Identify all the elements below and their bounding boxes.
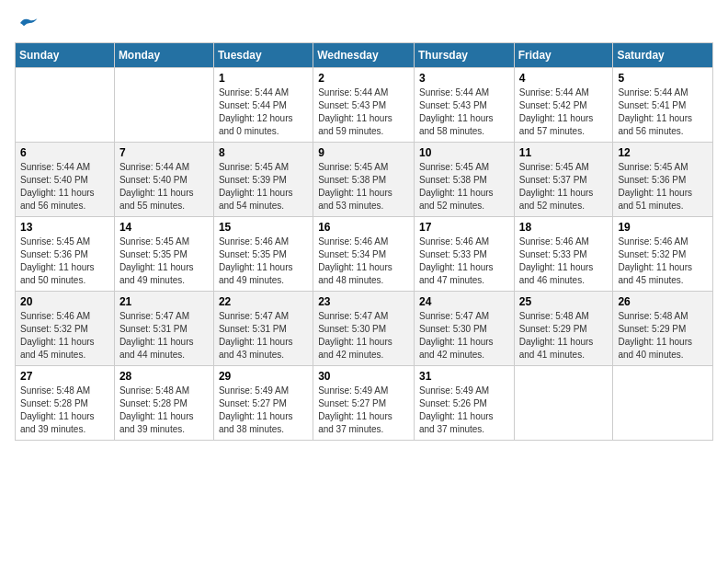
calendar-cell: 5Sunrise: 5:44 AM Sunset: 5:41 PM Daylig… bbox=[613, 68, 713, 143]
calendar-cell: 27Sunrise: 5:48 AM Sunset: 5:28 PM Dayli… bbox=[16, 366, 115, 441]
day-info: Sunrise: 5:47 AM Sunset: 5:30 PM Dayligh… bbox=[419, 310, 509, 362]
day-number: 20 bbox=[20, 295, 109, 308]
calendar-cell bbox=[16, 68, 115, 143]
calendar-table: SundayMondayTuesdayWednesdayThursdayFrid… bbox=[15, 42, 713, 441]
day-info: Sunrise: 5:46 AM Sunset: 5:33 PM Dayligh… bbox=[419, 236, 509, 287]
calendar-cell bbox=[114, 68, 213, 143]
day-number: 3 bbox=[419, 72, 509, 85]
day-info: Sunrise: 5:46 AM Sunset: 5:32 PM Dayligh… bbox=[618, 236, 708, 287]
day-number: 21 bbox=[119, 295, 209, 308]
calendar-cell: 12Sunrise: 5:45 AM Sunset: 5:36 PM Dayli… bbox=[613, 143, 713, 217]
day-number: 1 bbox=[219, 72, 308, 85]
day-number: 16 bbox=[318, 221, 409, 234]
day-number: 27 bbox=[20, 370, 109, 383]
calendar-cell: 31Sunrise: 5:49 AM Sunset: 5:26 PM Dayli… bbox=[414, 366, 514, 441]
day-number: 25 bbox=[519, 295, 609, 308]
day-info: Sunrise: 5:48 AM Sunset: 5:28 PM Dayligh… bbox=[119, 385, 209, 436]
day-info: Sunrise: 5:46 AM Sunset: 5:32 PM Dayligh… bbox=[20, 310, 109, 362]
day-info: Sunrise: 5:48 AM Sunset: 5:29 PM Dayligh… bbox=[519, 310, 609, 362]
day-info: Sunrise: 5:45 AM Sunset: 5:39 PM Dayligh… bbox=[219, 161, 308, 213]
calendar-cell: 4Sunrise: 5:44 AM Sunset: 5:42 PM Daylig… bbox=[514, 68, 613, 143]
day-info: Sunrise: 5:45 AM Sunset: 5:36 PM Dayligh… bbox=[618, 161, 708, 213]
calendar-cell bbox=[514, 366, 613, 441]
day-number: 28 bbox=[119, 370, 209, 383]
day-info: Sunrise: 5:48 AM Sunset: 5:29 PM Dayligh… bbox=[618, 310, 708, 362]
day-number: 29 bbox=[219, 370, 308, 383]
day-number: 31 bbox=[419, 370, 509, 383]
day-number: 6 bbox=[20, 146, 109, 159]
calendar-cell: 26Sunrise: 5:48 AM Sunset: 5:29 PM Dayli… bbox=[613, 292, 713, 366]
day-info: Sunrise: 5:44 AM Sunset: 5:43 PM Dayligh… bbox=[318, 86, 409, 138]
day-info: Sunrise: 5:49 AM Sunset: 5:27 PM Dayligh… bbox=[219, 385, 308, 436]
day-info: Sunrise: 5:45 AM Sunset: 5:35 PM Dayligh… bbox=[119, 236, 209, 287]
calendar-cell: 29Sunrise: 5:49 AM Sunset: 5:27 PM Dayli… bbox=[213, 366, 313, 441]
day-info: Sunrise: 5:45 AM Sunset: 5:38 PM Dayligh… bbox=[318, 161, 409, 213]
day-number: 15 bbox=[219, 221, 308, 234]
calendar-header-friday: Friday bbox=[514, 43, 613, 68]
day-number: 12 bbox=[618, 146, 708, 159]
day-info: Sunrise: 5:45 AM Sunset: 5:36 PM Dayligh… bbox=[20, 236, 109, 287]
day-info: Sunrise: 5:47 AM Sunset: 5:31 PM Dayligh… bbox=[219, 310, 308, 362]
day-number: 11 bbox=[519, 146, 609, 159]
calendar-cell: 8Sunrise: 5:45 AM Sunset: 5:39 PM Daylig… bbox=[213, 143, 313, 217]
day-info: Sunrise: 5:44 AM Sunset: 5:40 PM Dayligh… bbox=[119, 161, 209, 213]
calendar-header-monday: Monday bbox=[114, 43, 213, 68]
day-info: Sunrise: 5:44 AM Sunset: 5:43 PM Dayligh… bbox=[419, 86, 509, 138]
calendar-cell: 2Sunrise: 5:44 AM Sunset: 5:43 PM Daylig… bbox=[313, 68, 415, 143]
day-number: 22 bbox=[219, 295, 308, 308]
day-number: 7 bbox=[119, 146, 209, 159]
day-info: Sunrise: 5:46 AM Sunset: 5:35 PM Dayligh… bbox=[219, 236, 308, 287]
day-info: Sunrise: 5:44 AM Sunset: 5:42 PM Dayligh… bbox=[519, 86, 609, 138]
day-info: Sunrise: 5:44 AM Sunset: 5:40 PM Dayligh… bbox=[20, 161, 109, 213]
calendar-cell: 6Sunrise: 5:44 AM Sunset: 5:40 PM Daylig… bbox=[16, 143, 115, 217]
day-info: Sunrise: 5:44 AM Sunset: 5:44 PM Dayligh… bbox=[219, 86, 308, 138]
day-number: 23 bbox=[318, 295, 409, 308]
calendar-cell: 25Sunrise: 5:48 AM Sunset: 5:29 PM Dayli… bbox=[514, 292, 613, 366]
day-number: 30 bbox=[318, 370, 409, 383]
calendar-cell: 22Sunrise: 5:47 AM Sunset: 5:31 PM Dayli… bbox=[213, 292, 313, 366]
calendar-cell: 19Sunrise: 5:46 AM Sunset: 5:32 PM Dayli… bbox=[613, 217, 713, 292]
calendar-week-row: 20Sunrise: 5:46 AM Sunset: 5:32 PM Dayli… bbox=[16, 292, 713, 366]
calendar-header-thursday: Thursday bbox=[414, 43, 514, 68]
day-number: 10 bbox=[419, 146, 509, 159]
day-number: 17 bbox=[419, 221, 509, 234]
calendar-header-row: SundayMondayTuesdayWednesdayThursdayFrid… bbox=[16, 43, 713, 68]
day-number: 14 bbox=[119, 221, 209, 234]
calendar-cell: 11Sunrise: 5:45 AM Sunset: 5:37 PM Dayli… bbox=[514, 143, 613, 217]
day-number: 4 bbox=[519, 72, 609, 85]
day-info: Sunrise: 5:45 AM Sunset: 5:38 PM Dayligh… bbox=[419, 161, 509, 213]
calendar-cell: 1Sunrise: 5:44 AM Sunset: 5:44 PM Daylig… bbox=[213, 68, 313, 143]
day-info: Sunrise: 5:49 AM Sunset: 5:27 PM Dayligh… bbox=[318, 385, 409, 436]
calendar-cell: 3Sunrise: 5:44 AM Sunset: 5:43 PM Daylig… bbox=[414, 68, 514, 143]
day-info: Sunrise: 5:48 AM Sunset: 5:28 PM Dayligh… bbox=[20, 385, 109, 436]
calendar-week-row: 27Sunrise: 5:48 AM Sunset: 5:28 PM Dayli… bbox=[16, 366, 713, 441]
day-number: 18 bbox=[519, 221, 609, 234]
calendar-header-wednesday: Wednesday bbox=[313, 43, 415, 68]
day-number: 9 bbox=[318, 146, 409, 159]
day-info: Sunrise: 5:47 AM Sunset: 5:31 PM Dayligh… bbox=[119, 310, 209, 362]
calendar-cell: 20Sunrise: 5:46 AM Sunset: 5:32 PM Dayli… bbox=[16, 292, 115, 366]
calendar-week-row: 1Sunrise: 5:44 AM Sunset: 5:44 PM Daylig… bbox=[16, 68, 713, 143]
day-number: 5 bbox=[618, 72, 708, 85]
day-info: Sunrise: 5:47 AM Sunset: 5:30 PM Dayligh… bbox=[318, 310, 409, 362]
page-header bbox=[15, 15, 713, 31]
calendar-cell: 30Sunrise: 5:49 AM Sunset: 5:27 PM Dayli… bbox=[313, 366, 415, 441]
calendar-cell: 18Sunrise: 5:46 AM Sunset: 5:33 PM Dayli… bbox=[514, 217, 613, 292]
calendar-cell: 15Sunrise: 5:46 AM Sunset: 5:35 PM Dayli… bbox=[213, 217, 313, 292]
calendar-header-saturday: Saturday bbox=[613, 43, 713, 68]
calendar-cell: 28Sunrise: 5:48 AM Sunset: 5:28 PM Dayli… bbox=[114, 366, 213, 441]
calendar-cell: 16Sunrise: 5:46 AM Sunset: 5:34 PM Dayli… bbox=[313, 217, 415, 292]
calendar-header-sunday: Sunday bbox=[16, 43, 115, 68]
day-info: Sunrise: 5:46 AM Sunset: 5:34 PM Dayligh… bbox=[318, 236, 409, 287]
day-info: Sunrise: 5:49 AM Sunset: 5:26 PM Dayligh… bbox=[419, 385, 509, 436]
day-number: 26 bbox=[618, 295, 708, 308]
day-info: Sunrise: 5:46 AM Sunset: 5:33 PM Dayligh… bbox=[519, 236, 609, 287]
day-number: 19 bbox=[618, 221, 708, 234]
calendar-cell: 9Sunrise: 5:45 AM Sunset: 5:38 PM Daylig… bbox=[313, 143, 415, 217]
day-info: Sunrise: 5:45 AM Sunset: 5:37 PM Dayligh… bbox=[519, 161, 609, 213]
calendar-week-row: 6Sunrise: 5:44 AM Sunset: 5:40 PM Daylig… bbox=[16, 143, 713, 217]
calendar-cell: 13Sunrise: 5:45 AM Sunset: 5:36 PM Dayli… bbox=[16, 217, 115, 292]
day-number: 13 bbox=[20, 221, 109, 234]
day-number: 24 bbox=[419, 295, 509, 308]
calendar-cell: 14Sunrise: 5:45 AM Sunset: 5:35 PM Dayli… bbox=[114, 217, 213, 292]
